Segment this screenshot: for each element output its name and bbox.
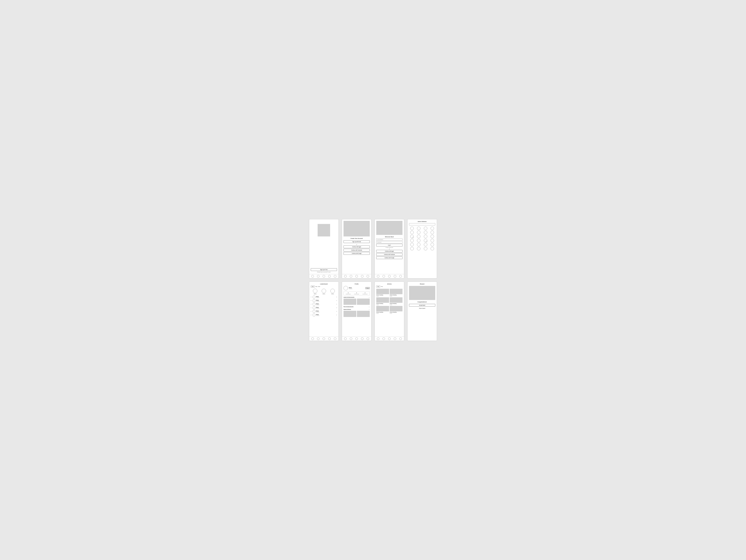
nav-icon-3[interactable]	[323, 337, 325, 340]
athlete-2[interactable]	[417, 227, 421, 230]
signup-free-button[interactable]: Sign Up for Free	[311, 268, 337, 271]
athlete-10[interactable]	[417, 235, 421, 238]
login-button[interactable]: Log In	[376, 244, 402, 247]
nav-icon-4[interactable]	[394, 275, 396, 278]
list-name-1: Name	[316, 296, 336, 297]
nav-icon-2[interactable]	[350, 337, 352, 340]
badge-button[interactable]: Badge	[365, 287, 370, 289]
signup-email-button[interactable]: Sign Up with Email	[344, 240, 370, 243]
article-author-5: Author	[376, 313, 389, 314]
latest-achievements-header: Latest Achievements ⌄	[344, 297, 370, 298]
nav-icon-1[interactable]	[377, 337, 379, 340]
athlete-1[interactable]	[410, 227, 414, 230]
email-field[interactable]	[376, 239, 402, 241]
athlete-grid-row5	[409, 243, 435, 246]
rank-2: #	[311, 300, 312, 301]
list-item: # Name Location #	[311, 313, 337, 316]
athlete-16[interactable]	[431, 239, 434, 242]
nav-icon-3[interactable]	[323, 275, 325, 278]
nav-icon-3[interactable]	[388, 275, 391, 278]
forgot-password-text[interactable]: Forgot Password?	[376, 247, 402, 248]
latest-achievements-grid	[344, 299, 370, 305]
continue-google-button-2[interactable]: Continue with Google	[376, 256, 402, 259]
continue-google-button-1[interactable]: Continue with Google	[344, 252, 370, 255]
nav-icon-4[interactable]	[361, 275, 364, 278]
nav-icon-1[interactable]	[377, 275, 379, 278]
athlete-23[interactable]	[424, 247, 427, 250]
nav-icon-3[interactable]	[388, 337, 391, 340]
articles-filter-row: Filter Filter	[376, 286, 402, 287]
password-field[interactable]	[376, 241, 402, 243]
athlete-9[interactable]	[410, 235, 414, 238]
welcome-back-hero-image	[376, 221, 402, 235]
athlete-search-input[interactable]	[409, 223, 435, 225]
athlete-3[interactable]	[424, 227, 427, 230]
nav-icon-2[interactable]	[382, 275, 385, 278]
athlete-12[interactable]	[431, 235, 434, 238]
athlete-8[interactable]	[431, 231, 434, 234]
athlete-6[interactable]	[417, 231, 421, 234]
accept-award-button[interactable]: Accept Award	[409, 304, 435, 307]
athlete-15[interactable]	[424, 239, 427, 242]
create-account-hero-image	[344, 221, 370, 236]
select-athletes-content: Select Athletes	[407, 219, 437, 278]
article-heading-2: Article Heading	[390, 295, 402, 296]
ach-num-1: #	[348, 292, 348, 293]
continue-facebook-button-2[interactable]: Continue with Facebook	[376, 253, 402, 256]
saved-articles-grid	[344, 311, 370, 317]
athlete-grid-row6	[409, 247, 435, 250]
nav-icon-4[interactable]	[328, 275, 331, 278]
athlete-14[interactable]	[417, 239, 421, 242]
nav-icon-1[interactable]	[344, 337, 347, 340]
athlete-24[interactable]	[431, 247, 434, 250]
nav-icon-4[interactable]	[394, 337, 396, 340]
share-award-text[interactable]: Share Award	[409, 308, 435, 309]
athlete-13[interactable]	[410, 239, 414, 242]
athlete-18[interactable]	[417, 243, 421, 246]
athlete-7[interactable]	[424, 231, 427, 234]
bottom-nav-articles	[375, 336, 404, 341]
athlete-11[interactable]	[424, 235, 427, 238]
nav-icon-1[interactable]	[311, 337, 314, 340]
ach-box-2	[357, 299, 370, 305]
nav-icon-5[interactable]	[334, 337, 336, 340]
nav-icon-2[interactable]	[350, 275, 352, 278]
nav-icon-1[interactable]	[311, 275, 314, 278]
list-info-1: Name Location	[316, 296, 336, 298]
athlete-19[interactable]	[424, 243, 427, 246]
list-location-5: Location	[316, 311, 336, 312]
profile-info: Name Location	[349, 287, 352, 289]
nav-icon-2[interactable]	[317, 337, 319, 340]
athlete-grid-row3	[409, 235, 435, 238]
nav-icon-4[interactable]	[328, 337, 331, 340]
athlete-21[interactable]	[410, 247, 414, 250]
chevron-down-icon[interactable]: ⌄	[369, 306, 370, 307]
nav-icon-5[interactable]	[334, 275, 336, 278]
athlete-4[interactable]	[431, 227, 434, 230]
profile-header: Name Location Badge	[344, 286, 370, 290]
nav-icon-5[interactable]	[399, 337, 402, 340]
nav-icon-3[interactable]	[355, 337, 358, 340]
past-achievements-header: Past Achievements ⌄	[344, 306, 370, 307]
nav-icon-4[interactable]	[361, 337, 364, 340]
chevron-up-icon[interactable]: ⌄	[369, 297, 370, 298]
nav-icon-5[interactable]	[399, 275, 402, 278]
continue-apple-button-2[interactable]: Continue with Apple	[376, 250, 402, 253]
athlete-20[interactable]	[431, 243, 434, 246]
list-name-4: Name	[316, 307, 336, 308]
chevron-up-icon-2[interactable]: ⌄	[369, 309, 370, 310]
nav-icon-3[interactable]	[355, 275, 358, 278]
nav-icon-1[interactable]	[344, 275, 347, 278]
article-heading-1: Article Heading	[376, 295, 389, 296]
continue-facebook-button-1[interactable]: Continue with Facebook	[344, 249, 370, 251]
filter-btn-1[interactable]: Filter	[311, 286, 315, 287]
athlete-22[interactable]	[417, 247, 421, 250]
nav-icon-5[interactable]	[367, 275, 369, 278]
nav-icon-2[interactable]	[382, 337, 385, 340]
athlete-5[interactable]	[410, 231, 414, 234]
athlete-17[interactable]	[410, 243, 414, 246]
nav-icon-5[interactable]	[367, 337, 369, 340]
articles-filter-btn-1[interactable]: Filter	[376, 286, 380, 287]
nav-icon-2[interactable]	[317, 275, 319, 278]
continue-apple-button-1[interactable]: Continue with Apple	[344, 246, 370, 248]
